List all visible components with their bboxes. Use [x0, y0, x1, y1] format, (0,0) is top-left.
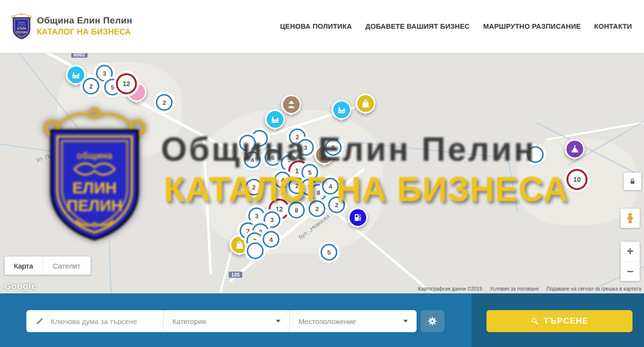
- zoom-in-button[interactable]: +: [621, 242, 640, 261]
- cluster-marker[interactable]: [247, 243, 264, 259]
- map-pin-factory[interactable]: [66, 65, 86, 85]
- cluster-marker[interactable]: 4: [244, 152, 261, 168]
- pegman-icon: [624, 212, 636, 224]
- keyword-field[interactable]: [26, 310, 163, 332]
- map-type-satellite-button[interactable]: Сателит: [43, 257, 90, 275]
- nav-item[interactable]: КОНТАКТИ: [594, 22, 632, 30]
- svg-text:община: община: [18, 22, 26, 23]
- map-type-map-button[interactable]: Карта: [5, 257, 43, 275]
- site-subtitle: КАТАЛОГ НА БИЗНЕСА: [37, 27, 132, 36]
- factory-icon: [270, 114, 280, 124]
- municipality-crest-icon: община ЕЛИН ПЕЛИН: [11, 12, 33, 40]
- chevron-down-icon: [276, 320, 281, 323]
- map-canvas[interactable]: ул. Преславбул. „Новосел6002105 32512223…: [0, 53, 644, 293]
- page: община ЕЛИН ПЕЛИН Община Елин Пелин КАТА…: [0, 0, 644, 347]
- svg-text:ПЕЛИН: ПЕЛИН: [67, 197, 123, 214]
- map-pin-worker[interactable]: [281, 94, 301, 114]
- search-button[interactable]: ТЪРСЕНЕ: [486, 310, 633, 332]
- cluster-marker[interactable]: 2: [83, 78, 100, 95]
- shopping-bag-icon: [361, 99, 371, 109]
- svg-text:ЕЛИН: ЕЛИН: [17, 27, 26, 30]
- category-select-label: Категория: [172, 317, 272, 325]
- advanced-settings-button[interactable]: [420, 310, 444, 332]
- svg-text:ПЕЛИН: ПЕЛИН: [16, 31, 27, 34]
- keyword-search-input[interactable]: [50, 317, 162, 326]
- cluster-marker[interactable]: 6: [265, 149, 282, 166]
- cluster-marker[interactable]: 8: [288, 202, 305, 219]
- pencil-icon: [35, 317, 44, 326]
- cluster-marker[interactable]: 2: [246, 179, 262, 196]
- location-select-label: Местоположение: [298, 317, 399, 325]
- attribution-copyright: Картографски данни ©2019: [418, 286, 482, 291]
- route-badge: 105: [229, 272, 242, 278]
- cluster-marker[interactable]: 3: [249, 208, 265, 224]
- zoom-out-button[interactable]: −: [621, 262, 640, 281]
- worker-icon: [286, 100, 296, 110]
- search-button-label: ТЪРСЕНЕ: [544, 316, 589, 326]
- cluster-marker[interactable]: [527, 146, 544, 163]
- cluster-marker[interactable]: 4: [263, 231, 280, 248]
- nav-item[interactable]: ДОБАВЕТЕ ВАШИЯТ БИЗНЕС: [365, 22, 470, 30]
- cluster-marker[interactable]: [239, 135, 256, 152]
- search-bar: Категория Местоположение ТЪРСЕНЕ: [0, 293, 644, 347]
- cluster-marker[interactable]: 10: [566, 169, 588, 190]
- street-view-pegman-button[interactable]: [621, 209, 640, 228]
- fuel-icon: [353, 213, 363, 223]
- svg-text:ЕЛИН: ЕЛИН: [72, 179, 117, 197]
- cluster-marker[interactable]: 5: [321, 244, 338, 261]
- attribution-terms-link[interactable]: Условия за ползване: [490, 286, 539, 291]
- map-pin-factory[interactable]: [331, 100, 351, 120]
- cluster-marker[interactable]: 5: [325, 139, 342, 156]
- map-pin-fuel[interactable]: [348, 207, 368, 227]
- lock-button[interactable]: [624, 173, 641, 190]
- church-icon: [570, 144, 580, 154]
- search-bar-right-panel: ТЪРСЕНЕ: [472, 293, 644, 347]
- nav-item[interactable]: МАРШРУТНО РАЗПИСАНИЕ: [483, 22, 581, 30]
- cluster-marker[interactable]: 2: [309, 201, 326, 217]
- site-header: община ЕЛИН ПЕЛИН Община Елин Пелин КАТА…: [0, 0, 644, 53]
- cluster-marker[interactable]: 2: [156, 94, 173, 111]
- route-badge: 6002: [71, 53, 88, 58]
- nav-item[interactable]: ЦЕНОВА ПОЛИТИКА: [280, 22, 352, 30]
- lock-icon: [628, 177, 637, 186]
- location-select[interactable]: Местоположение: [289, 310, 417, 332]
- map-pin-shopping-bag[interactable]: [355, 93, 375, 113]
- google-logo[interactable]: Google: [4, 281, 36, 291]
- cluster-marker[interactable]: 5: [302, 164, 318, 181]
- site-title: Община Елин Пелин: [37, 15, 132, 26]
- brand-logo-link[interactable]: община ЕЛИН ПЕЛИН Община Елин Пелин КАТА…: [11, 12, 132, 40]
- cluster-marker[interactable]: 2: [328, 197, 345, 213]
- zoom-control: + −: [621, 242, 640, 281]
- shopping-bag-icon: [235, 240, 245, 250]
- main-nav: ЦЕНОВА ПОЛИТИКАДОБАВЕТЕ ВАШИЯТ БИЗНЕСМАР…: [280, 0, 632, 53]
- attribution-report-link[interactable]: Подаване на сигнал за грешка в картата: [546, 286, 641, 291]
- search-icon: [531, 317, 539, 325]
- cluster-marker[interactable]: 12: [116, 73, 137, 94]
- search-bar-left-panel: Категория Местоположение: [0, 293, 472, 347]
- factory-icon: [337, 105, 347, 115]
- map-attribution: Картографски данни ©2019 Условия за полз…: [418, 286, 641, 291]
- gear-icon: [427, 316, 438, 326]
- map-pin-church[interactable]: [565, 139, 585, 159]
- chevron-down-icon: [403, 320, 408, 323]
- factory-icon: [71, 70, 81, 80]
- category-select[interactable]: Категория: [163, 310, 289, 332]
- cluster-marker[interactable]: 3: [297, 139, 314, 156]
- map-type-control: Карта Сателит: [5, 257, 90, 275]
- cluster-marker[interactable]: 4: [322, 178, 339, 195]
- search-fields: Категория Местоположение: [26, 310, 417, 332]
